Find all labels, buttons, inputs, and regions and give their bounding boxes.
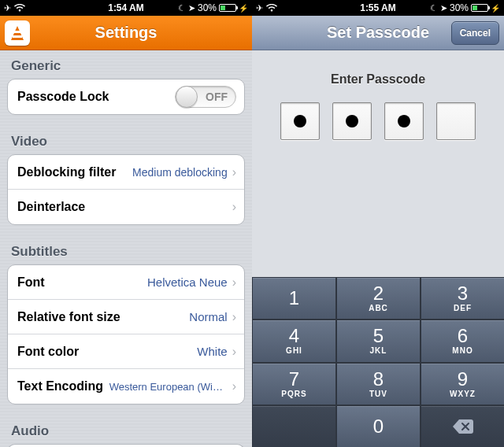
key-letters: ABC (369, 304, 388, 312)
group-video: Deblocking filter Medium deblocking › De… (7, 154, 245, 225)
row-deinterlace[interactable]: Deinterlace › (8, 190, 244, 224)
deinterlace-label: Deinterlace (17, 200, 85, 214)
passcode-nav-bar: Set Passcode Cancel (252, 16, 504, 50)
charging-icon: ⚡ (239, 4, 248, 13)
section-header-generic: Generic (0, 50, 252, 79)
wifi-icon (266, 4, 277, 12)
row-relative-size[interactable]: Relative font size Normal › (8, 300, 244, 334)
deblocking-value: Medium deblocking (132, 166, 228, 179)
passcode-screen: ✈ 1:55 AM ☾ ➤ 30% ⚡ Set Passcode Cancel … (252, 0, 504, 447)
chevron-right-icon: › (232, 379, 236, 393)
location-icon: ➤ (440, 3, 447, 13)
settings-screen: ✈ 1:54 AM ☾ ➤ 30% ⚡ Settings Generic Pas… (0, 0, 252, 447)
row-font[interactable]: Font Helvetica Neue › (8, 265, 244, 300)
passcode-lock-label: Passcode Lock (17, 90, 109, 104)
cancel-button[interactable]: Cancel (451, 21, 499, 45)
passcode-box-2 (332, 102, 372, 140)
cancel-label: Cancel (460, 28, 491, 39)
dot-filled-icon (346, 115, 358, 127)
key-letters: JKL (370, 346, 387, 355)
relsize-label: Relative font size (17, 310, 120, 324)
wifi-icon (14, 4, 25, 12)
font-label: Font (17, 275, 45, 290)
relsize-value: Normal (189, 310, 227, 323)
color-label: Font color (17, 345, 79, 359)
key-1[interactable]: 1 (252, 277, 335, 319)
key-number: 1 (289, 289, 299, 308)
key-letters: TUV (369, 390, 387, 398)
vlc-app-icon[interactable] (5, 20, 30, 46)
passcode-body: Enter Passcode 1 2 ABC 3 DEF 4 GHI (252, 50, 504, 447)
settings-body[interactable]: Generic Passcode Lock OFF Video Deblocki… (0, 50, 252, 447)
key-letters: DEF (454, 304, 472, 312)
battery-percent: 30% (450, 2, 469, 13)
key-letters: MNO (452, 346, 472, 355)
page-title: Set Passcode (327, 24, 429, 42)
section-header-audio: Audio (0, 416, 252, 444)
row-passcode-lock[interactable]: Passcode Lock OFF (8, 79, 244, 114)
key-3[interactable]: 3 DEF (421, 277, 504, 319)
numeric-keypad: 1 2 ABC 3 DEF 4 GHI 5 JKL 6 MNO (252, 277, 504, 447)
enter-passcode-label: Enter Passcode (252, 72, 504, 87)
key-9[interactable]: 9 WXYZ (421, 363, 504, 405)
row-text-encoding[interactable]: Text Encoding Western European (Win… › (8, 369, 244, 404)
dot-filled-icon (398, 115, 410, 127)
charging-icon: ⚡ (491, 4, 500, 13)
key-number: 4 (289, 327, 299, 345)
key-7[interactable]: 7 PQRS (252, 363, 335, 405)
section-header-video: Video (0, 126, 252, 154)
chevron-right-icon: › (232, 165, 236, 179)
group-generic: Passcode Lock OFF (7, 79, 245, 115)
page-title: Settings (95, 24, 158, 42)
settings-nav-bar: Settings (0, 16, 252, 50)
row-deblocking[interactable]: Deblocking filter Medium deblocking › (8, 155, 244, 190)
encoding-label: Text Encoding (17, 379, 103, 393)
key-8[interactable]: 8 TUV (336, 363, 420, 405)
key-number: 3 (458, 284, 468, 303)
key-letters: WXYZ (450, 390, 476, 398)
key-number: 7 (289, 370, 299, 389)
key-number: 9 (458, 370, 468, 389)
chevron-right-icon: › (232, 200, 236, 214)
airplane-mode-icon: ✈ (256, 3, 263, 13)
toggle-state: OFF (206, 87, 228, 107)
key-6[interactable]: 6 MNO (421, 320, 504, 361)
battery-icon (471, 4, 488, 12)
chevron-right-icon: › (232, 310, 236, 324)
chevron-right-icon: › (232, 275, 236, 290)
section-header-subtitles: Subtitles (0, 236, 252, 264)
encoding-value: Western European (Win… (109, 381, 228, 393)
airplane-mode-icon: ✈ (4, 3, 11, 13)
dnd-moon-icon: ☾ (430, 3, 438, 13)
dot-filled-icon (294, 115, 306, 127)
deblocking-label: Deblocking filter (17, 165, 116, 179)
key-blank (252, 405, 335, 447)
row-font-color[interactable]: Font color White › (8, 334, 244, 369)
passcode-box-3 (384, 102, 424, 140)
key-0[interactable]: 0 (336, 405, 420, 447)
key-4[interactable]: 4 GHI (252, 320, 335, 361)
passcode-box-4 (436, 102, 476, 140)
key-number: 6 (458, 327, 468, 345)
passcode-lock-toggle[interactable]: OFF (175, 86, 236, 108)
chevron-right-icon: › (232, 345, 236, 359)
battery-percent: 30% (198, 2, 217, 13)
key-letters: PQRS (281, 390, 306, 398)
status-bar: ✈ 1:55 AM ☾ ➤ 30% ⚡ (252, 0, 504, 16)
group-audio-peek (7, 444, 245, 447)
passcode-box-1 (280, 102, 320, 140)
key-number: 5 (373, 327, 384, 345)
key-number: 8 (373, 370, 384, 389)
battery-icon (219, 4, 236, 12)
key-5[interactable]: 5 JKL (336, 320, 420, 361)
key-letters: GHI (286, 346, 302, 355)
key-number: 2 (373, 284, 384, 303)
dnd-moon-icon: ☾ (178, 3, 186, 13)
key-backspace[interactable] (421, 405, 504, 447)
font-value: Helvetica Neue (147, 275, 228, 289)
key-number: 0 (373, 417, 384, 436)
status-bar: ✈ 1:54 AM ☾ ➤ 30% ⚡ (0, 0, 252, 16)
toggle-knob[interactable] (176, 86, 198, 108)
key-2[interactable]: 2 ABC (336, 277, 420, 319)
location-icon: ➤ (188, 3, 195, 13)
